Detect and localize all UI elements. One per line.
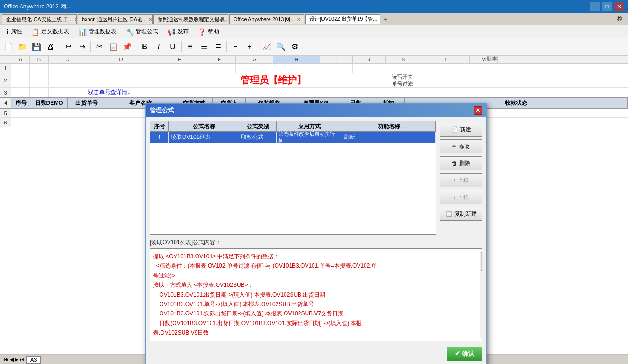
move-down-button: ↓ 下移 [440,190,482,204]
confirm-button[interactable]: ✔ 确认 [447,347,482,354]
new-formula-button[interactable]: 📄 新建 [440,123,482,137]
modal-td-func-0: 刷新 [342,132,436,143]
modal-body: 序号 公式名称 公式类别 应用方式 功能名称 1 读取OV101列表 取数公式 … [146,117,486,239]
move-up-label: 上移 [458,176,469,184]
move-up-icon: ↑ [453,177,456,183]
new-formula-label: 新建 [460,126,471,134]
manage-formula-dialog: 管理公式 ✕ 序号 公式名称 公式类别 应用方式 功能名称 1 读取OV101列… [145,103,487,354]
formula-content-text: 提取 <OV101B3.OV101> 中满足下列条件的数据： <筛选条件：(本报… [153,252,479,338]
modal-title: 管理公式 [150,106,174,115]
modal-table-body: 1 读取OV101列表 取数公式 筛选条件改变后自动执行,初 刷新 [150,132,436,235]
new-formula-icon: 📄 [451,126,458,133]
edit-formula-icon: ✏ [452,143,457,150]
modal-td-seq-0: 1 [150,132,169,143]
formula-scrollbar-thumb[interactable] [481,252,482,271]
modal-td-type-0: 取数公式 [239,132,277,143]
modal-titlebar: 管理公式 ✕ [146,104,486,117]
modal-close-button[interactable]: ✕ [474,106,482,115]
modal-td-name-0: 读取OV101列表 [169,132,239,143]
formula-scrollbar[interactable] [480,252,482,338]
move-up-button: ↑ 上移 [440,173,482,187]
modal-th-seq: 序号 [150,121,169,131]
modal-th-func: 功能名称 [342,121,436,131]
edit-formula-button[interactable]: ✏ 修改 [440,139,482,153]
delete-formula-icon: 🗑 [452,160,457,167]
modal-row-0[interactable]: 1 读取OV101列表 取数公式 筛选条件改变后自动执行,初 刷新 [150,132,436,143]
move-down-label: 下移 [458,193,469,201]
copy-new-icon: 📋 [445,211,453,217]
modal-table-area: 序号 公式名称 公式类别 应用方式 功能名称 1 读取OV101列表 取数公式 … [150,121,436,235]
modal-th-name: 公式名称 [169,121,239,131]
modal-footer: ✔ 确认 [146,345,486,354]
copy-new-label: 复制新建 [454,210,477,218]
modal-th-type: 公式类别 [239,121,277,131]
delete-formula-label: 删除 [459,160,470,167]
modal-overlay: 管理公式 ✕ 序号 公式名称 公式类别 应用方式 功能名称 1 读取OV101列… [0,0,628,354]
formula-content-area: 提取 <OV101B3.OV101> 中满足下列条件的数据： <筛选条件：(本报… [150,248,482,341]
confirm-label: 确认 [462,349,474,354]
confirm-checkmark-icon: ✔ [455,350,460,354]
modal-td-apply-0: 筛选条件改变后自动执行,初 [277,132,342,143]
delete-formula-button[interactable]: 🗑 删除 [440,156,482,170]
move-down-icon: ↓ [453,194,456,200]
formula-title: [读取OV101列表]公式内容： [150,239,482,247]
copy-new-button[interactable]: 📋 复制新建 [440,207,482,221]
modal-buttons-panel: 📄 新建 ✏ 修改 🗑 删除 ↑ 上移 ↓ 下移 [440,121,482,235]
edit-formula-label: 修改 [459,143,470,151]
